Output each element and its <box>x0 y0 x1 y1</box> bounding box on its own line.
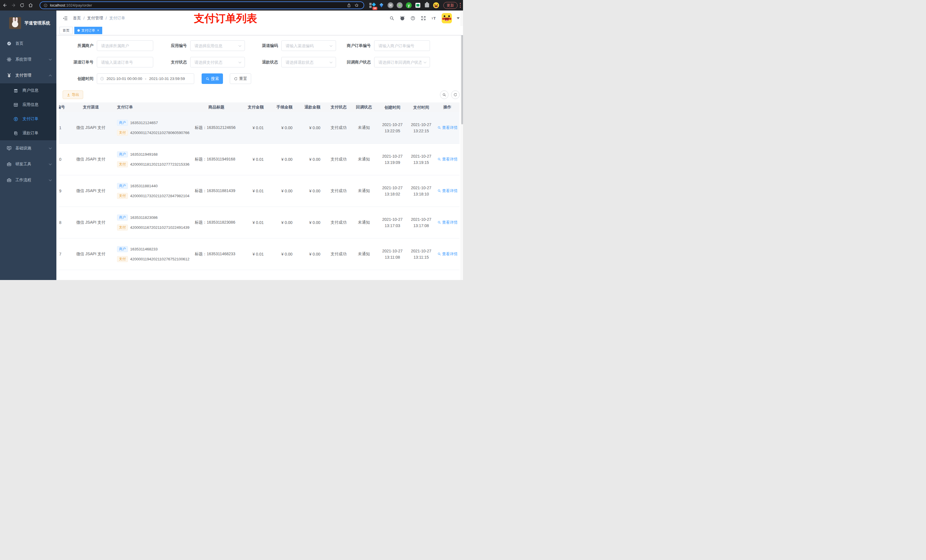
view-detail-link[interactable]: 查看详情 <box>437 252 458 257</box>
date-range-input[interactable]: 2021-10-01 00:00:00 - 2021-10-31 23:59:5… <box>97 73 194 84</box>
create-time-label: 创建时间 <box>65 76 94 82</box>
browser-menu-icon[interactable] <box>460 3 461 8</box>
scrollbar-thumb[interactable] <box>461 33 463 124</box>
app-title: 芋道管理系统 <box>24 21 50 26</box>
sidebar-item-payment[interactable]: 支付管理 <box>0 68 56 83</box>
tab-pay-order[interactable]: 支付订单 × <box>74 27 102 34</box>
notify-status: 未通知 <box>350 189 378 193</box>
browser-update-button[interactable]: 更新 <box>443 2 458 9</box>
breadcrumb-payment[interactable]: 支付管理 <box>87 16 103 21</box>
merchant-order-no-input[interactable] <box>374 41 430 51</box>
monitor-icon <box>6 145 12 151</box>
extension-icon-2[interactable] <box>378 2 385 9</box>
sidebar-item-merchant-info[interactable]: 商户信息 <box>0 83 56 98</box>
refund-status-select[interactable] <box>281 57 336 68</box>
app-select[interactable] <box>190 41 245 51</box>
chevron-down-icon <box>49 58 52 60</box>
help-icon[interactable] <box>410 15 416 21</box>
extension-icon-emoji[interactable] <box>433 2 439 9</box>
pay-status: 支付成功 <box>327 189 350 193</box>
search-button[interactable]: 搜索 <box>201 73 223 84</box>
extension-badge: 10 <box>372 7 377 10</box>
bookmark-star-icon[interactable] <box>353 2 360 9</box>
address-bar[interactable]: localhost:1024/pay/order <box>39 2 364 9</box>
extension-icon-1[interactable]: 10 <box>369 2 375 9</box>
github-icon[interactable] <box>399 15 405 21</box>
merchant-tag: 商户 <box>117 246 128 252</box>
sidebar-item-pay-order[interactable]: 支付订单 <box>0 112 56 126</box>
tab-close-icon[interactable]: × <box>97 29 99 32</box>
view-detail-link[interactable]: 查看详情 <box>437 189 458 193</box>
notify-status: 未通知 <box>350 157 378 162</box>
pay-tag: 支付 <box>117 193 128 199</box>
reset-button[interactable]: 重置 <box>230 73 251 84</box>
sidebar-item-refund-order[interactable]: 退款订单 <box>0 126 56 140</box>
table-row: 21 微信 JSAPI 支付 商户1635312124657 支付4200001… <box>59 112 460 144</box>
sidebar-fold-icon[interactable] <box>62 15 68 21</box>
sidebar-item-workflow[interactable]: 工作流程 <box>0 172 56 188</box>
pay-status: 支付成功 <box>327 252 350 257</box>
pay-tag: 支付 <box>117 225 128 231</box>
table-row: 18 微信 JSAPI 支付 商户1635311823086 支付4200001… <box>59 207 460 238</box>
extension-icon-y[interactable]: y <box>406 2 412 9</box>
magnifier-icon <box>437 220 441 224</box>
channel-order-no-input[interactable] <box>97 57 153 68</box>
dashboard-icon <box>6 41 12 46</box>
channel-code-select[interactable] <box>281 41 336 51</box>
notify-status-label: 回调商户状态 <box>336 60 371 65</box>
toolbox-icon <box>6 162 12 167</box>
search-icon[interactable] <box>389 15 395 21</box>
extension-icon-cmd[interactable]: ⌘ <box>387 2 394 9</box>
fullscreen-icon[interactable] <box>421 15 426 21</box>
table-toolbar: 导出 <box>56 91 463 99</box>
breadcrumb-home[interactable]: 首页 <box>73 16 81 21</box>
sidebar-item-home[interactable]: 首页 <box>0 36 56 51</box>
pay-status-select[interactable] <box>190 57 245 68</box>
app-logo <box>9 17 21 29</box>
browser-forward-button[interactable] <box>9 2 18 9</box>
merchant-tag: 商户 <box>117 214 128 220</box>
pay-status-label: 支付状态 <box>153 60 187 65</box>
merchant-label: 所属商户 <box>65 43 94 48</box>
magnifier-icon <box>437 157 441 161</box>
toggle-search-button[interactable] <box>440 91 448 99</box>
sidebar-item-dev-tools[interactable]: 研发工具 <box>0 156 56 172</box>
top-bar: 首页 / 支付管理 / 支付订单 支付订单列表 <box>56 11 463 26</box>
pay-tag: 支付 <box>117 162 128 167</box>
browser-back-button[interactable] <box>1 2 9 9</box>
sidebar-item-system[interactable]: 系统管理 <box>0 51 56 68</box>
sidebar-item-infrastructure[interactable]: 基础设施 <box>0 140 56 156</box>
pay-tag: 支付 <box>117 256 128 262</box>
browser-reload-button[interactable] <box>18 2 26 9</box>
site-info-icon[interactable] <box>44 3 48 8</box>
tab-home[interactable]: 首页 <box>59 27 73 34</box>
extension-icon-chat[interactable] <box>415 2 421 9</box>
date-start-value: 2021-10-01 00:00:00 <box>106 77 142 81</box>
font-size-icon[interactable] <box>431 15 437 21</box>
header-actions <box>389 11 460 26</box>
main-area: 首页 / 支付管理 / 支付订单 支付订单列表 首页 支付订单 <box>56 11 463 280</box>
merchant-select[interactable] <box>97 41 153 51</box>
extension-icon-3[interactable] <box>396 2 403 9</box>
avatar[interactable] <box>442 13 452 23</box>
clock-icon <box>100 77 104 81</box>
puzzle-icon[interactable] <box>424 2 430 9</box>
user-menu-caret-icon[interactable] <box>457 17 460 19</box>
sidebar-item-app-info[interactable]: 应用信息 <box>0 98 56 112</box>
active-tab-dot <box>77 29 80 32</box>
table-row: 20 微信 JSAPI 支付 商户1635311949168 支付4200001… <box>59 144 460 175</box>
export-button[interactable]: 导出 <box>63 91 83 99</box>
yen-icon <box>6 72 12 78</box>
sidebar: 芋道管理系统 首页 系统管理 支付管理 商户信息 应用信息 <box>0 11 56 280</box>
browser-chrome: localhost:1024/pay/order 10 ⌘ y 更新 <box>0 0 463 11</box>
view-detail-link[interactable]: 查看详情 <box>437 125 458 130</box>
view-detail-link[interactable]: 查看详情 <box>437 220 458 225</box>
share-icon[interactable] <box>345 2 353 9</box>
search-form: 所属商户 应用编号 渠道编码 商户订单编号 渠道订单号 <box>56 35 463 84</box>
refresh-button[interactable] <box>451 91 460 99</box>
view-detail-link[interactable]: 查看详情 <box>437 157 458 162</box>
notify-status: 未通知 <box>350 220 378 225</box>
notify-status-select[interactable] <box>374 57 430 68</box>
browser-home-button[interactable] <box>26 2 35 9</box>
page-scrollbar <box>461 11 463 280</box>
